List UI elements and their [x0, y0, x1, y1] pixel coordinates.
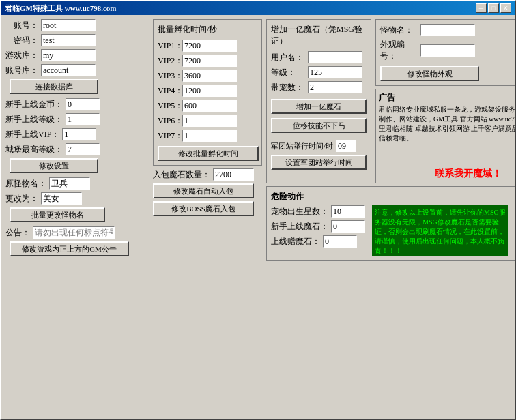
vip4-input[interactable]: [182, 85, 237, 97]
gamedb-input[interactable]: [41, 49, 96, 61]
vip2-label: VIP2：: [158, 55, 182, 67]
army-time-label: 军团站举行时间/时: [271, 141, 333, 151]
online-gift-input[interactable]: [323, 235, 357, 247]
newbie-gold-input[interactable]: [66, 98, 100, 110]
newbie-magic-input[interactable]: [331, 220, 365, 232]
vip5-label: VIP5：: [158, 100, 182, 112]
window-title: 君临GM特殊工具 www.uc798.com: [5, 3, 116, 14]
original-monster-input[interactable]: [49, 177, 90, 190]
ad-section: 广告 君临网络专业魔域私服一条龙，游戏架设服务器相用、版本制作、网站建设，GM工…: [375, 89, 515, 183]
password-row: 密码：: [5, 34, 149, 46]
password-input[interactable]: [41, 34, 96, 46]
vip7-input[interactable]: [182, 130, 237, 142]
danger-fields: 宠物出生星数： 新手上线魔石： 上线赠魔石：: [271, 205, 365, 256]
monster-name-label: 怪物名：: [380, 25, 418, 36]
minimize-button[interactable]: ─: [476, 3, 487, 13]
main-content: 账号： 密码： 游戏库： 账号库： 连接数据库 新手上线金币：: [1, 15, 515, 419]
announcement-input[interactable]: [33, 226, 115, 239]
modify-appearance-button[interactable]: 修改怪物外观: [380, 66, 479, 81]
modify-magic-button[interactable]: 修改魔石自动入包: [153, 183, 254, 198]
danger-content: 宠物出生星数： 新手上线魔石： 上线赠魔石： 注意，修改: [271, 205, 515, 256]
accountdb-input[interactable]: [41, 64, 96, 76]
middle-column: 批量孵化时间/秒 VIP1： VIP2： VIP3： VIP4：: [153, 19, 262, 415]
set-army-button[interactable]: 设置军团站举行时间: [271, 155, 367, 170]
magic-count-input[interactable]: [213, 168, 254, 181]
online-gift-label: 上线赠魔石：: [271, 236, 320, 247]
vip3-input[interactable]: [182, 70, 237, 82]
change-to-label: 更改为：: [5, 193, 38, 205]
magic-increase-section: 增加一亿魔石（凭MSG验证） 用户名： 等级： 带宠数： 增加一亿魔石: [266, 19, 371, 183]
main-window: 君临GM特殊工具 www.uc798.com ─ □ ✕ 账号： 密码： 游戏库…: [0, 0, 516, 420]
batch-hatch-title: 批量孵化时间/秒: [158, 24, 257, 35]
vip2-input[interactable]: [182, 55, 237, 67]
account-label: 账号：: [5, 20, 38, 31]
danger-title: 危险动作: [271, 191, 515, 202]
newbie-magic-label: 新手上线魔石：: [271, 221, 328, 232]
vip7-label: VIP7：: [158, 130, 182, 142]
change-to-input[interactable]: [41, 192, 82, 205]
ad-contact: 联系我开魔域！: [379, 168, 515, 180]
modify-batch-hatch-button[interactable]: 修改批量孵化时间: [158, 146, 259, 161]
army-time-input[interactable]: [336, 140, 356, 152]
modify-settings-button[interactable]: 修改设置: [10, 158, 98, 173]
castle-level-input[interactable]: [66, 143, 100, 155]
vip4-label: VIP4：: [158, 85, 182, 97]
mi-equip-label: 带宠数：: [271, 82, 305, 93]
monster-name-input[interactable]: [420, 24, 475, 36]
appearance-label: 外观编号：: [380, 39, 418, 62]
vip1-label: VIP1：: [158, 40, 182, 52]
newbie-vip-input[interactable]: [62, 128, 96, 140]
newbie-gold-row: 新手上线金币：: [5, 98, 149, 110]
warning-text: 注意，修改以上设置前，请先让你的MSG服务器没有无限，MSG修改魔石是否需要验证…: [375, 209, 506, 254]
vip3-row: VIP3：: [158, 70, 257, 82]
top-right: 增加一亿魔石（凭MSG验证） 用户名： 等级： 带宠数： 增加一亿魔石: [266, 19, 515, 183]
account-input[interactable]: [41, 19, 96, 31]
newbie-vip-row: 新手上线VIP：: [5, 128, 149, 140]
account-row: 账号：: [5, 19, 149, 31]
vip1-input[interactable]: [182, 40, 237, 52]
vip6-input[interactable]: [182, 115, 237, 127]
newbie-level-row: 新手上线等级：: [5, 113, 149, 125]
connect-db-button[interactable]: 连接数据库: [10, 79, 98, 94]
original-monster-row: 原怪物名：: [5, 177, 149, 190]
announcement-row: 公告：: [5, 226, 149, 239]
castle-level-row: 城堡最高等级：: [5, 143, 149, 155]
announcement-label: 公告：: [5, 227, 30, 239]
modify-boss-button[interactable]: 修改BOSS魔石入包: [153, 201, 254, 216]
castle-level-label: 城堡最高等级：: [5, 144, 63, 155]
mi-level-input[interactable]: [308, 66, 362, 78]
batch-hatch-section: 批量孵化时间/秒 VIP1： VIP2： VIP3： VIP4：: [153, 19, 262, 166]
add-magic-button[interactable]: 增加一亿魔石: [271, 99, 367, 114]
vip5-input[interactable]: [182, 100, 237, 112]
pet-star-input[interactable]: [331, 205, 365, 217]
mi-username-input[interactable]: [308, 51, 362, 63]
vip7-row: VIP7：: [158, 130, 257, 142]
monster-section: 怪物名： 外观编号： 修改怪物外观: [375, 19, 515, 86]
newbie-level-input[interactable]: [66, 113, 100, 125]
appearance-input[interactable]: [420, 44, 475, 57]
mi-equip-input[interactable]: [308, 81, 362, 93]
gamedb-label: 游戏库：: [5, 50, 38, 61]
pet-star-label: 宠物出生星数：: [271, 206, 328, 217]
vip6-label: VIP6：: [158, 115, 182, 127]
mi-username-label: 用户名：: [271, 52, 305, 63]
batch-change-monster-button[interactable]: 批量更改怪物名: [10, 207, 105, 222]
right-right: 怪物名： 外观编号： 修改怪物外观 广告 君临网络专业魔域私服一条龙，游戏架设服…: [375, 19, 515, 183]
accountdb-row: 账号库：: [5, 64, 149, 76]
newbie-gold-label: 新手上线金币：: [5, 99, 63, 110]
ad-content: 君临网络专业魔域私服一条龙，游戏架设服务器相用、版本制作、网站建设，GM工具 官…: [379, 105, 515, 166]
warning-box: 注意，修改以上设置前，请先让你的MSG服务器没有无限，MSG修改魔石是否需要验证…: [372, 205, 508, 256]
magic-count-row: 入包魔石数量： 修改魔石自动入包 修改BOSS魔石入包: [153, 168, 262, 216]
password-label: 密码：: [5, 35, 38, 46]
vip4-row: VIP4：: [158, 85, 257, 97]
vip1-row: VIP1：: [158, 40, 257, 52]
vip2-row: VIP2：: [158, 55, 257, 67]
close-button[interactable]: ✕: [500, 3, 511, 13]
modify-announcement-button[interactable]: 修改游戏内正上方的GM公告: [10, 241, 129, 256]
vip5-row: VIP5：: [158, 100, 257, 112]
maximize-button[interactable]: □: [488, 3, 499, 13]
magic-increase-title: 增加一亿魔石（凭MSG验证）: [271, 24, 367, 47]
right-sections: 增加一亿魔石（凭MSG验证） 用户名： 等级： 带宠数： 增加一亿魔石: [266, 19, 515, 415]
move-skill-button[interactable]: 位移技能不下马: [271, 118, 367, 133]
accountdb-label: 账号库：: [5, 65, 38, 76]
